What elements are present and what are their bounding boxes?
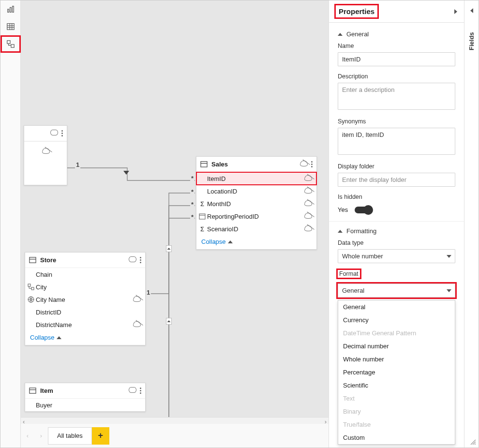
visibility-icon[interactable]: [129, 387, 136, 394]
name-input[interactable]: [338, 52, 455, 66]
format-option[interactable]: Percentage: [338, 366, 455, 379]
chevron-up-icon: [338, 230, 343, 233]
format-option[interactable]: General: [338, 300, 455, 314]
is-hidden-toggle[interactable]: [355, 207, 371, 213]
table-card-sales[interactable]: Sales ItemID LocationID Σ MonthID: [196, 156, 317, 250]
hidden-icon[interactable]: [304, 200, 312, 208]
relationship-handle[interactable]: [166, 318, 172, 325]
more-icon[interactable]: [311, 161, 313, 167]
tab-prev-button[interactable]: ‹: [21, 427, 34, 445]
view-rail: [0, 0, 21, 448]
section-formatting[interactable]: Formatting: [329, 222, 464, 239]
field-row[interactable]: Σ ScenarioID: [196, 223, 316, 235]
field-row[interactable]: ReportingPeriodID: [196, 210, 316, 223]
hidden-icon[interactable]: [304, 188, 312, 195]
field-row[interactable]: DistrictID: [25, 306, 145, 318]
format-label: Format: [339, 270, 359, 277]
resize-handle-icon[interactable]: [470, 439, 477, 446]
field-row[interactable]: City: [25, 281, 145, 293]
data-type-label: Data type: [338, 239, 455, 246]
field-label: Chain: [36, 271, 52, 278]
svg-rect-19: [30, 388, 36, 393]
field-label: ReportingPeriodID: [207, 213, 259, 220]
table-icon: [29, 387, 36, 394]
model-canvas[interactable]: 1 * 1 * * * Sales: [21, 0, 329, 423]
is-hidden-label: Is hidden: [338, 194, 455, 200]
cardinality-one: 1: [146, 289, 151, 296]
svg-rect-14: [30, 257, 36, 263]
collapse-properties-button[interactable]: [454, 9, 457, 14]
hierarchy-icon: [27, 283, 35, 291]
hidden-icon[interactable]: [304, 213, 312, 220]
chevron-up-icon: [57, 336, 61, 339]
visibility-icon[interactable]: [129, 256, 136, 264]
display-folder-label: Display folder: [338, 163, 455, 170]
format-option[interactable]: Currency: [338, 314, 455, 327]
section-general[interactable]: General: [329, 25, 464, 43]
field-row[interactable]: DistrictName: [25, 318, 145, 331]
model-view-button[interactable]: [0, 35, 21, 53]
hidden-icon[interactable]: [133, 296, 140, 303]
properties-title: Properties: [336, 5, 377, 17]
horizontal-scrollbar[interactable]: ‹ ›: [21, 417, 329, 424]
format-option: True/false: [338, 418, 455, 431]
svg-rect-10: [201, 162, 207, 167]
field-label: Buyer: [36, 402, 52, 409]
field-row[interactable]: Chain: [25, 268, 145, 281]
svg-rect-12: [199, 214, 205, 219]
collapse-link[interactable]: Collapse: [196, 235, 316, 249]
more-icon[interactable]: [140, 257, 141, 263]
sigma-icon: Σ: [198, 200, 206, 208]
field-label: MonthID: [207, 200, 231, 208]
synonyms-input[interactable]: [338, 128, 455, 155]
svg-rect-0: [8, 9, 9, 12]
fields-pane-collapsed[interactable]: Fields: [464, 0, 479, 448]
visibility-icon[interactable]: [50, 130, 58, 137]
field-row[interactable]: LocationID: [196, 185, 316, 197]
display-folder-input[interactable]: [338, 173, 455, 187]
globe-icon: [27, 296, 35, 303]
hidden-icon[interactable]: [304, 225, 312, 233]
cardinality-many: *: [190, 188, 195, 195]
table-card-item[interactable]: Item Buyer: [25, 383, 146, 412]
format-select[interactable]: General: [338, 284, 455, 298]
add-layout-tab-button[interactable]: +: [92, 427, 109, 445]
date-icon: [198, 212, 206, 220]
cardinality-one: 1: [75, 161, 80, 168]
hidden-icon[interactable]: [133, 321, 140, 329]
format-option[interactable]: Custom: [338, 431, 455, 444]
description-input[interactable]: [338, 83, 455, 110]
format-option[interactable]: Scientific: [338, 379, 455, 392]
chevron-left-icon: [470, 8, 473, 13]
field-row-itemid[interactable]: ItemID: [196, 172, 316, 185]
format-option[interactable]: Whole number: [338, 353, 455, 366]
collapsed-table-card[interactable]: [24, 125, 67, 185]
hidden-icon[interactable]: [304, 175, 312, 182]
table-icon: [200, 161, 208, 168]
layout-tab-all-tables[interactable]: All tables: [48, 427, 92, 445]
data-view-button[interactable]: [0, 18, 21, 35]
synonyms-label: Synonyms: [338, 118, 455, 125]
is-hidden-value: Yes: [338, 206, 348, 213]
chevron-up-icon: [338, 33, 343, 36]
table-card-store[interactable]: Store Chain City City Name DistrictI: [25, 252, 146, 345]
visibility-icon[interactable]: [300, 161, 307, 168]
relationship-handle[interactable]: [166, 245, 172, 252]
report-view-button[interactable]: [0, 0, 21, 18]
field-label: ScenarioID: [207, 225, 238, 233]
cardinality-many: *: [190, 213, 195, 221]
tab-next-button[interactable]: ›: [34, 427, 48, 445]
format-option[interactable]: Decimal number: [338, 340, 455, 353]
table-title: Store: [40, 256, 56, 264]
fields-label: Fields: [468, 21, 475, 60]
table-icon: [29, 256, 36, 264]
more-icon[interactable]: [61, 130, 63, 136]
field-label: LocationID: [207, 188, 237, 195]
more-icon[interactable]: [140, 388, 141, 394]
field-row[interactable]: City Name: [25, 293, 145, 306]
field-row[interactable]: Buyer: [25, 399, 145, 411]
data-type-select[interactable]: Whole number: [338, 249, 455, 263]
collapse-link[interactable]: Collapse: [25, 331, 145, 345]
description-label: Description: [338, 73, 455, 80]
field-row[interactable]: Σ MonthID: [196, 197, 316, 210]
